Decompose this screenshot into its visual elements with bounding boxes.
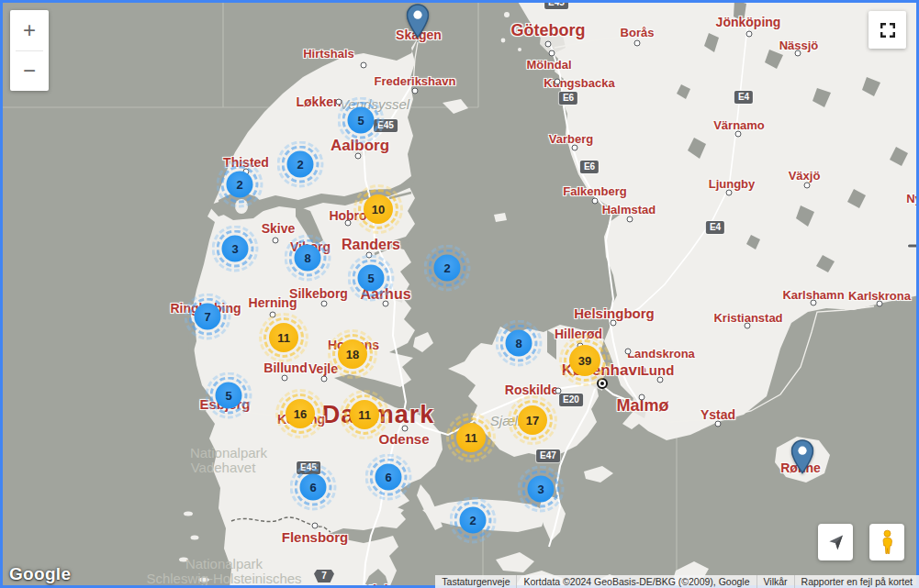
cluster-marker[interactable]: 2: [460, 507, 487, 534]
cluster-count: 16: [294, 407, 307, 421]
my-location-button[interactable]: [818, 524, 853, 560]
cluster-count: 39: [578, 354, 591, 368]
cluster-count: 6: [385, 471, 391, 484]
cluster-marker[interactable]: 11: [269, 323, 298, 352]
map-data-attribution: Kortdata ©2024 GeoBasis-DE/BKG (©2009), …: [516, 575, 756, 588]
cluster-marker[interactable]: 5: [216, 383, 242, 409]
cluster-count: 2: [443, 261, 450, 275]
map-canvas[interactable]: [0, 0, 919, 588]
map-pin[interactable]: [407, 4, 430, 42]
cluster-count: 8: [304, 251, 310, 265]
cluster-count: 11: [465, 431, 477, 445]
cluster-count: 8: [515, 337, 521, 350]
pin-icon: [791, 439, 814, 474]
cluster-marker[interactable]: 2: [227, 172, 253, 198]
cluster-count: 10: [372, 203, 385, 216]
cluster-count: 3: [537, 483, 544, 496]
fullscreen-icon: [880, 22, 896, 39]
cluster-count: 3: [231, 242, 238, 256]
cluster-count: 2: [236, 178, 242, 192]
cluster-count: 11: [358, 408, 371, 422]
google-logo[interactable]: Google: [9, 564, 71, 584]
cluster-marker[interactable]: 17: [518, 405, 547, 435]
keyboard-shortcuts-button[interactable]: Tastaturgenveje: [435, 575, 516, 588]
fullscreen-button[interactable]: [869, 11, 906, 49]
zoom-in-button[interactable]: +: [10, 10, 49, 50]
cluster-count: 18: [346, 348, 359, 361]
cluster-marker[interactable]: 16: [286, 399, 315, 428]
cluster-marker[interactable]: 3: [222, 236, 249, 262]
cluster-count: 2: [297, 158, 303, 172]
cluster-count: 11: [277, 331, 290, 345]
zoom-out-button[interactable]: −: [10, 51, 49, 92]
cluster-count: 7: [204, 310, 210, 324]
pin-icon: [407, 4, 430, 39]
cluster-count: 5: [357, 114, 364, 128]
cluster-marker[interactable]: 39: [569, 345, 600, 376]
cluster-count: 5: [225, 389, 231, 403]
terms-link[interactable]: Vilkår: [756, 575, 794, 588]
map-viewport[interactable]: DanmarkVendsysselSjællandNationalparkVad…: [0, 0, 919, 588]
cluster-marker[interactable]: 11: [456, 423, 486, 452]
cluster-marker[interactable]: 2: [287, 151, 314, 178]
map-pin[interactable]: [791, 439, 814, 478]
cluster-marker[interactable]: 8: [295, 245, 321, 272]
report-error-link[interactable]: Rapporter en fejl på kortet: [794, 575, 919, 588]
street-view-pegman-icon: [880, 529, 895, 555]
attribution-bar: Tastaturgenveje Kortdata ©2024 GeoBasis-…: [435, 575, 919, 588]
pegman-button[interactable]: [869, 524, 904, 560]
cluster-marker[interactable]: 11: [350, 400, 379, 429]
cluster-marker[interactable]: 5: [358, 265, 385, 292]
cluster-marker[interactable]: 6: [375, 464, 402, 491]
cluster-count: 17: [526, 414, 539, 427]
cluster-count: 5: [367, 272, 374, 285]
cluster-count: 2: [469, 514, 476, 527]
cluster-marker[interactable]: 7: [195, 304, 221, 330]
navigation-arrow-icon: [826, 533, 845, 551]
cluster-marker[interactable]: 6: [300, 474, 327, 501]
cluster-marker[interactable]: 18: [338, 339, 367, 369]
cluster-marker[interactable]: 10: [364, 194, 393, 224]
cluster-marker[interactable]: 5: [348, 107, 375, 134]
cluster-marker[interactable]: 3: [528, 476, 555, 503]
zoom-control: + −: [10, 10, 49, 91]
cluster-count: 6: [309, 481, 316, 494]
cluster-marker[interactable]: 2: [434, 255, 461, 282]
cluster-marker[interactable]: 8: [506, 330, 532, 357]
